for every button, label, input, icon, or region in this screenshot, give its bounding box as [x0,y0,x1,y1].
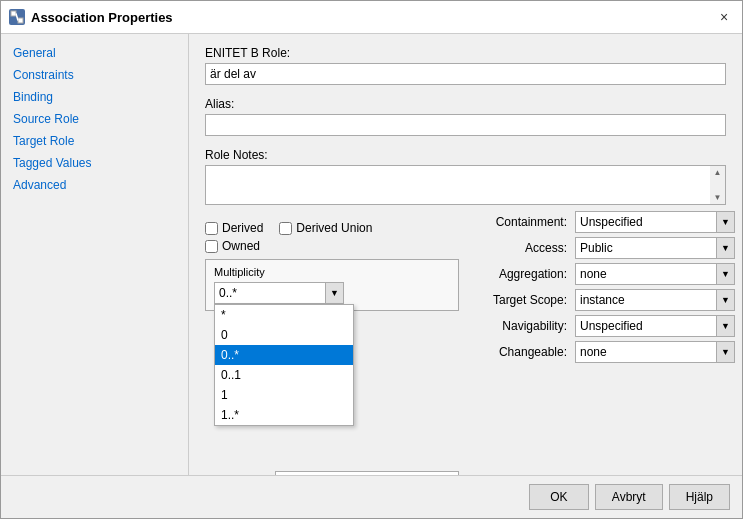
access-label: Access: [475,241,575,255]
role-notes-scrollbar[interactable]: ▲ ▼ [710,165,726,205]
target-scope-label: Target Scope: [475,293,575,307]
changeable-label: Changeable: [475,345,575,359]
containment-value: Unspecified [576,215,716,229]
owned-label: Owned [222,239,260,253]
sidebar-item-binding[interactable]: Binding [1,86,188,108]
navigability-dropdown[interactable]: Unspecified ▼ [575,315,735,337]
containment-row: Containment: Unspecified ▼ [475,211,735,233]
entity-b-role-input[interactable] [205,63,726,85]
containment-dropdown[interactable]: Unspecified ▼ [575,211,735,233]
target-scope-arrow[interactable]: ▼ [716,290,734,310]
sidebar-item-target-role[interactable]: Target Role [1,130,188,152]
help-button[interactable]: Hjälp [669,484,730,510]
dialog-title: Association Properties [31,10,173,25]
role-notes-wrapper: ▲ ▼ [205,165,726,205]
dialog-icon [9,9,25,25]
multiplicity-value: 0..* [215,286,325,300]
checkbox-row: Derived Derived Union [205,221,459,235]
changeable-value: none [576,345,716,359]
navigability-row: Navigability: Unspecified ▼ [475,315,735,337]
left-column: Derived Derived Union Owned [205,211,459,475]
multiplicity-dropdown-wrapper: 0..* ▼ * 0 0..* 0..1 1 [214,282,344,304]
changeable-row: Changeable: none ▼ [475,341,735,363]
footer-buttons: OK Avbryt Hjälp [1,475,742,518]
svg-line-2 [16,14,18,21]
title-bar: Association Properties × [1,1,742,34]
scroll-down-arrow[interactable]: ▼ [714,193,722,202]
title-bar-left: Association Properties [9,9,173,25]
derived-checkbox[interactable] [205,222,218,235]
association-properties-dialog: Association Properties × General Constra… [0,0,743,519]
alias-label: Alias: [205,97,726,111]
owned-checkbox-item: Owned [205,239,260,253]
derived-union-checkbox[interactable] [279,222,292,235]
target-scope-row: Target Scope: instance ▼ [475,289,735,311]
owned-row: Owned [205,239,459,253]
aggregation-value: none [576,267,716,281]
multiplicity-box: Multiplicity 0..* ▼ * 0 0.. [205,259,459,311]
sidebar-item-advanced[interactable]: Advanced [1,174,188,196]
role-notes-label: Role Notes: [205,148,726,162]
sidebar-item-constraints[interactable]: Constraints [1,64,188,86]
constraint-row: Cons [205,471,459,475]
sidebar-item-source-role[interactable]: Source Role [1,108,188,130]
target-scope-dropdown[interactable]: instance ▼ [575,289,735,311]
multiplicity-option-0star[interactable]: 0..* [215,345,353,365]
ok-button[interactable]: OK [529,484,589,510]
multiplicity-arrow[interactable]: ▼ [325,283,343,303]
alias-input[interactable] [205,114,726,136]
main-panel: ENITET B Role: Alias: Role Notes: ▲ ▼ [189,34,742,475]
access-arrow[interactable]: ▼ [716,238,734,258]
multiplicity-option-star[interactable]: * [215,305,353,325]
owned-checkbox[interactable] [205,240,218,253]
aggregation-arrow[interactable]: ▼ [716,264,734,284]
containment-label: Containment: [475,215,575,229]
sidebar-item-tagged-values[interactable]: Tagged Values [1,152,188,174]
access-value: Public [576,241,716,255]
derived-label: Derived [222,221,263,235]
derived-union-label: Derived Union [296,221,372,235]
role-notes-input[interactable] [205,165,726,205]
bottom-left-fields: Cons Quali ... [205,471,459,475]
multiplicity-dropdown[interactable]: 0..* ▼ [214,282,344,304]
multiplicity-section: Multiplicity 0..* ▼ * 0 0.. [205,259,459,311]
target-scope-value: instance [576,293,716,307]
navigability-value: Unspecified [576,319,716,333]
right-column: Containment: Unspecified ▼ Access: Publi… [475,211,735,475]
entity-b-role-label: ENITET B Role: [205,46,726,60]
sidebar-item-general[interactable]: General [1,42,188,64]
containment-arrow[interactable]: ▼ [716,212,734,232]
derived-checkbox-item: Derived [205,221,263,235]
multiplicity-label: Multiplicity [214,266,450,278]
multiplicity-option-1[interactable]: 1 [215,385,353,405]
multiplicity-option-0-1[interactable]: 0..1 [215,365,353,385]
svg-rect-0 [11,11,16,16]
navigability-arrow[interactable]: ▼ [716,316,734,336]
two-column-section: Derived Derived Union Owned [205,211,726,475]
changeable-arrow[interactable]: ▼ [716,342,734,362]
multiplicity-dropdown-list: * 0 0..* 0..1 1 1..* [214,304,354,426]
aggregation-label: Aggregation: [475,267,575,281]
multiplicity-option-1star[interactable]: 1..* [215,405,353,425]
changeable-dropdown[interactable]: none ▼ [575,341,735,363]
derived-union-checkbox-item: Derived Union [279,221,372,235]
svg-rect-1 [18,18,23,23]
navigability-label: Navigability: [475,319,575,333]
sidebar: General Constraints Binding Source Role … [1,34,189,475]
multiplicity-option-0[interactable]: 0 [215,325,353,345]
access-row: Access: Public ▼ [475,237,735,259]
aggregation-dropdown[interactable]: none ▼ [575,263,735,285]
scroll-up-arrow[interactable]: ▲ [714,168,722,177]
constraint-input[interactable] [275,471,459,475]
access-dropdown[interactable]: Public ▼ [575,237,735,259]
close-button[interactable]: × [714,7,734,27]
dialog-content: General Constraints Binding Source Role … [1,34,742,475]
aggregation-row: Aggregation: none ▼ [475,263,735,285]
cancel-button[interactable]: Avbryt [595,484,663,510]
